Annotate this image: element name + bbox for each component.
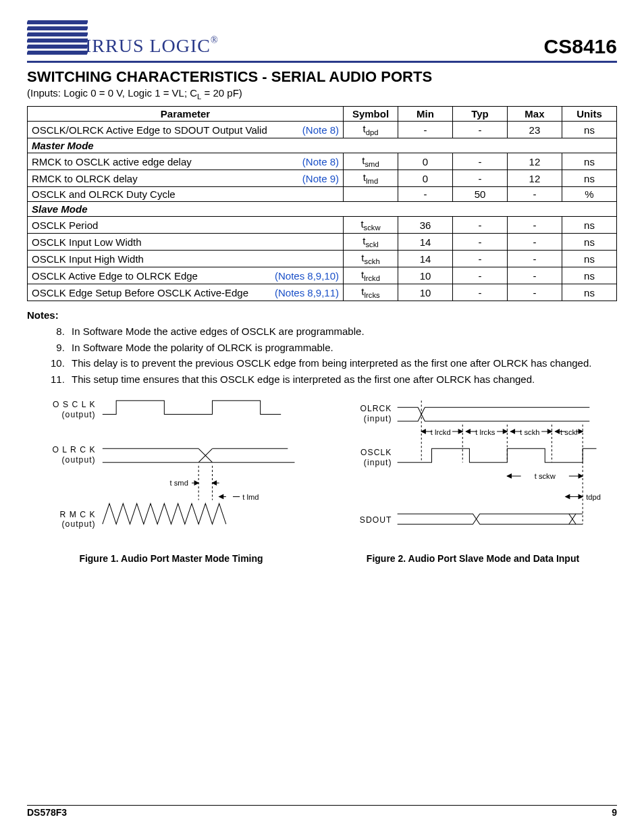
conditions-pre: (Inputs: Logic 0 = 0 V, Logic 1 = VL; C — [27, 87, 197, 99]
param-text: RMCK to OLRCK delay — [32, 173, 138, 184]
table-row: OSCLK Edge Setup Before OSCLK Active-Edg… — [28, 284, 617, 301]
cell-symbol: tsckw — [344, 217, 398, 234]
cell-parameter: RMCK to OSCLK active edge delay(Note 8) — [28, 153, 344, 170]
cell-max: - — [507, 267, 562, 284]
note-reference[interactable]: (Note 8) — [302, 124, 339, 136]
note-reference[interactable]: (Notes 8,9,11) — [275, 287, 339, 298]
param-text: OSCLK Input Low Width — [32, 236, 142, 248]
fig2-olrck-sub: (input) — [364, 414, 392, 423]
cell-max: - — [507, 187, 562, 202]
cell-typ: 50 — [452, 187, 507, 202]
fig2-osclk-label: OSCLK — [360, 448, 392, 457]
fig1-tlmd: t lmd — [242, 493, 259, 501]
cell-max: - — [507, 217, 562, 234]
cell-symbol: tlrckd — [344, 267, 398, 284]
cell-min: 10 — [398, 267, 453, 284]
cell-typ: - — [452, 251, 507, 267]
table-row: OSCLK Input Low Widthtsckl14--ns — [28, 234, 617, 251]
fig1-osclk-label: O S C L K — [53, 400, 96, 409]
svg-marker-7 — [219, 494, 223, 498]
cell-typ: - — [452, 267, 507, 284]
cell-units: ns — [562, 153, 616, 170]
section-title: SWITCHING CHARACTERISTICS - SERIAL AUDIO… — [27, 68, 617, 86]
timing-diagram-slave: OLRCK (input) OSCLK (input) SDOUT t lrck… — [329, 394, 617, 545]
page-header: IRRUS LOGIC® CS8416 — [27, 19, 617, 63]
table-row: OSCLK Active Edge to OLRCK Edge(Notes 8,… — [28, 267, 617, 284]
col-max: Max — [507, 107, 562, 122]
cell-parameter: OSCLK/OLRCK Active Edge to SDOUT Output … — [28, 122, 344, 138]
fig1-olrck-sub: (output) — [62, 455, 96, 465]
table-row: OSCLK/OLRCK Active Edge to SDOUT Output … — [28, 122, 617, 138]
cell-symbol — [344, 187, 398, 202]
note-8: In Software Mode the active edges of OSC… — [68, 325, 617, 338]
param-text: OSCLK and OLRCK Duty Cycle — [32, 188, 176, 200]
note-reference[interactable]: (Note 9) — [302, 173, 339, 184]
fig2-tsckw: t sckw — [535, 472, 556, 480]
svg-marker-27 — [555, 429, 559, 434]
cell-units: ns — [562, 284, 616, 301]
svg-marker-5 — [212, 481, 216, 485]
fig2-tsckh: t sckh — [520, 428, 539, 436]
table-row: Slave Mode — [28, 202, 617, 217]
fig1-rmck-label: R M C K — [60, 510, 96, 519]
brand-word: IRRUS LOGIC — [85, 35, 211, 56]
cell-parameter: RMCK to OLRCK delay(Note 9) — [28, 170, 344, 187]
brand-logo: IRRUS LOGIC® — [27, 19, 219, 59]
cell-typ: - — [452, 170, 507, 187]
note-reference[interactable]: (Note 8) — [302, 156, 339, 167]
fig2-sdout-label: SDOUT — [360, 515, 392, 525]
spec-table: Parameter Symbol Min Typ Max Units OSCLK… — [27, 106, 617, 301]
fig2-tlrckd: t lrckd — [431, 428, 451, 436]
note-reference[interactable]: (Notes 8,9,10) — [275, 270, 339, 282]
cell-max: - — [507, 284, 562, 301]
mode-header: Slave Mode — [28, 202, 617, 217]
page-number: 9 — [612, 807, 617, 818]
cell-parameter: OSCLK Period — [28, 217, 344, 234]
figure-1: O S C L K (output) O L R C K (output) R … — [27, 394, 315, 564]
cell-units: % — [562, 187, 616, 202]
param-text: OSCLK Active Edge to OLRCK Edge — [32, 270, 198, 282]
cell-min: 14 — [398, 234, 453, 251]
cell-parameter: OSCLK and OLRCK Duty Cycle — [28, 187, 344, 202]
param-text: RMCK to OSCLK active edge delay — [32, 156, 192, 167]
mode-header: Master Mode — [28, 138, 617, 153]
cell-max: - — [507, 251, 562, 267]
svg-marker-37 — [566, 494, 570, 498]
cell-units: ns — [562, 122, 616, 138]
cell-typ: - — [452, 284, 507, 301]
cell-min: - — [398, 187, 453, 202]
timing-diagram-master: O S C L K (output) O L R C K (output) R … — [27, 394, 315, 545]
fig2-osclk-sub: (input) — [364, 458, 392, 467]
figure-2-caption: Figure 2. Audio Port Slave Mode and Data… — [329, 553, 617, 564]
cell-units: ns — [562, 267, 616, 284]
fig2-olrck-label: OLRCK — [360, 404, 392, 413]
fig1-tsmd: t smd — [170, 479, 188, 487]
notes-heading: Notes: — [27, 309, 617, 321]
cell-min: 10 — [398, 284, 453, 301]
cell-typ: - — [452, 217, 507, 234]
cell-parameter: OSCLK Input Low Width — [28, 234, 344, 251]
cell-min: - — [398, 122, 453, 138]
cell-parameter: OSCLK Edge Setup Before OSCLK Active-Edg… — [28, 284, 344, 301]
figure-2: OLRCK (input) OSCLK (input) SDOUT t lrck… — [329, 394, 617, 564]
cell-symbol: tsckl — [344, 234, 398, 251]
table-row: OSCLK Periodtsckw36--ns — [28, 217, 617, 234]
cell-typ: - — [452, 153, 507, 170]
note-11: This setup time ensures that this OSCLK … — [68, 373, 617, 386]
fig1-olrck-label: O L R C K — [52, 445, 95, 454]
cell-parameter: OSCLK Input High Width — [28, 251, 344, 267]
param-text: OSCLK Input High Width — [32, 253, 144, 265]
svg-marker-31 — [507, 474, 511, 478]
registered-mark: ® — [211, 35, 219, 45]
table-row: OSCLK Input High Widthtsckh14--ns — [28, 251, 617, 267]
param-text: OSCLK/OLRCK Active Edge to SDOUT Output … — [32, 124, 267, 136]
col-parameter: Parameter — [28, 107, 344, 122]
part-number: CS8416 — [544, 35, 617, 58]
cell-units: ns — [562, 251, 616, 267]
cell-symbol: tlmd — [344, 170, 398, 187]
table-row: Master Mode — [28, 138, 617, 153]
cell-min: 0 — [398, 170, 453, 187]
table-row: RMCK to OLRCK delay(Note 9)tlmd0-12ns — [28, 170, 617, 187]
cell-min: 0 — [398, 153, 453, 170]
cell-parameter: OSCLK Active Edge to OLRCK Edge(Notes 8,… — [28, 267, 344, 284]
